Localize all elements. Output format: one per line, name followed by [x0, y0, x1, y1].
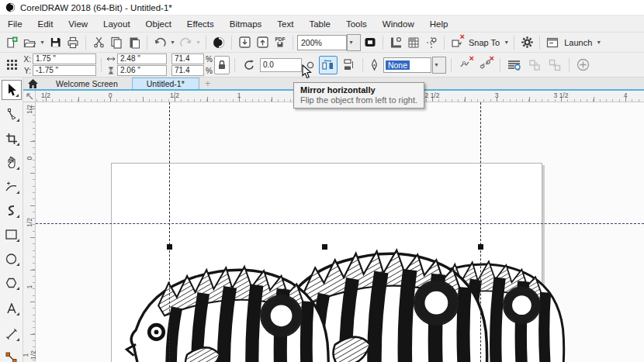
- tool-artistic-media[interactable]: [2, 201, 22, 220]
- tooltip-mirror-horizontally: Mirror horizontally Flip the object from…: [293, 82, 424, 109]
- vruler-label: 1: [26, 281, 33, 293]
- menu-item-layout[interactable]: Layout: [95, 16, 138, 33]
- scale-x-field[interactable]: 71.4: [171, 53, 204, 64]
- import-button[interactable]: [236, 34, 253, 51]
- copy-button[interactable]: [108, 34, 125, 51]
- snap-off-button[interactable]: [448, 34, 466, 51]
- x-position-field[interactable]: 1.75 ": [33, 53, 96, 64]
- coreldraw-window: CorelDRAW 2018 (64-Bit) - Untitled-1* Fi…: [0, 0, 644, 362]
- launch-dropdown[interactable]: [595, 39, 602, 46]
- tool-ellipse[interactable]: [2, 249, 22, 268]
- scale-y-field[interactable]: 71.4: [171, 65, 204, 76]
- vruler-label: 0: [26, 152, 33, 164]
- outline-width-combobox[interactable]: None: [383, 57, 431, 73]
- open-button[interactable]: [21, 34, 38, 51]
- zoom-level-value[interactable]: 200%: [298, 38, 335, 47]
- undo-dropdown[interactable]: [169, 39, 176, 46]
- unlink-button[interactable]: [476, 56, 495, 74]
- tool-polygon[interactable]: [2, 273, 22, 292]
- menu-item-window[interactable]: Window: [375, 16, 422, 33]
- menu-item-bitmaps[interactable]: Bitmaps: [222, 16, 270, 33]
- object-width-field[interactable]: 2.48 ": [117, 53, 167, 64]
- drawing-canvas[interactable]: [36, 102, 644, 362]
- export-button[interactable]: [254, 34, 271, 51]
- menu-item-view[interactable]: View: [61, 16, 95, 33]
- hruler-label: 2 1/2: [425, 91, 440, 99]
- undo-button[interactable]: [151, 34, 168, 51]
- tool-pick[interactable]: [2, 80, 22, 100]
- outline-width-pen-icon: [368, 56, 382, 74]
- ungroup-button[interactable]: [545, 56, 564, 74]
- print-button[interactable]: [64, 34, 81, 51]
- lock-ratio-button[interactable]: [214, 56, 230, 74]
- show-rulers-button[interactable]: [387, 34, 404, 51]
- tab-untitled-1[interactable]: Untitled-1*: [132, 78, 199, 89]
- selection-handle-top-middle[interactable]: [322, 244, 327, 250]
- vruler-label: 1 1/2: [22, 349, 37, 361]
- tool-pan[interactable]: [2, 153, 22, 172]
- redo-button[interactable]: [177, 34, 194, 51]
- mirror-horizontal-button[interactable]: [319, 56, 338, 74]
- save-button[interactable]: [47, 34, 64, 51]
- app-logo-icon: [5, 2, 16, 12]
- options-button[interactable]: [518, 34, 535, 51]
- full-screen-preview-button[interactable]: [362, 34, 379, 51]
- tool-connector[interactable]: [2, 348, 22, 362]
- zoom-level-combobox[interactable]: 200%: [297, 35, 347, 50]
- quick-customize-plus-button[interactable]: [574, 56, 593, 74]
- home-button[interactable]: [23, 78, 42, 89]
- menu-item-tools[interactable]: Tools: [338, 16, 375, 33]
- selection-bound-right: [480, 102, 481, 362]
- group-button[interactable]: [525, 56, 544, 74]
- launch-label[interactable]: Launch: [562, 38, 594, 47]
- show-guidelines-button[interactable]: [423, 34, 440, 51]
- menu-item-effects[interactable]: Effects: [179, 16, 222, 33]
- paste-button[interactable]: [126, 34, 143, 51]
- publish-pdf-button[interactable]: PDF: [272, 34, 289, 51]
- clear-transformations-button[interactable]: [456, 56, 475, 74]
- selection-handle-top-left[interactable]: [167, 244, 172, 250]
- mirror-vertical-button[interactable]: [339, 56, 358, 74]
- tool-shape[interactable]: [2, 105, 22, 124]
- hruler-label: 1: [237, 91, 241, 99]
- outline-width-value[interactable]: None: [386, 60, 410, 70]
- selection-bound-left: [169, 102, 170, 362]
- outline-width-dropdown[interactable]: [432, 57, 446, 74]
- new-tab-button[interactable]: +: [199, 78, 216, 89]
- launcher-icon[interactable]: [544, 34, 561, 51]
- search-content-button[interactable]: [210, 34, 227, 51]
- open-dropdown[interactable]: [39, 39, 46, 46]
- menu-item-object[interactable]: Object: [138, 16, 179, 33]
- cut-button[interactable]: [90, 34, 107, 51]
- tool-rectangle[interactable]: [2, 225, 22, 244]
- ruler-origin-control[interactable]: [23, 91, 36, 102]
- snap-to-label[interactable]: Snap To: [466, 38, 502, 47]
- fish-illustration[interactable]: [36, 102, 644, 362]
- redo-dropdown[interactable]: [195, 39, 202, 46]
- menu-item-edit[interactable]: Edit: [30, 16, 61, 33]
- snap-to-dropdown[interactable]: [503, 39, 510, 46]
- menu-item-table[interactable]: Table: [301, 16, 338, 33]
- show-grid-button[interactable]: [405, 34, 422, 51]
- tool-text[interactable]: [2, 298, 22, 318]
- vertical-ruler[interactable]: 1/2 0 1/2 1 1 1/2: [23, 102, 36, 362]
- new-document-button[interactable]: [3, 34, 20, 51]
- zoom-level-dropdown[interactable]: [347, 34, 361, 51]
- tooltip-title: Mirror horizontally: [300, 85, 417, 95]
- selection-handle-top-right[interactable]: [478, 244, 483, 250]
- object-height-field[interactable]: 2.06 ": [117, 65, 167, 76]
- y-position-field[interactable]: -1.75 ": [33, 65, 96, 76]
- tab-welcome-screen[interactable]: Welcome Screen: [42, 78, 132, 89]
- menu-item-file[interactable]: File: [0, 16, 30, 33]
- tool-freehand[interactable]: [2, 177, 22, 196]
- tool-crop[interactable]: [2, 129, 22, 148]
- menu-item-text[interactable]: Text: [269, 16, 301, 33]
- wrap-text-button[interactable]: [505, 56, 524, 74]
- menu-item-help[interactable]: Help: [422, 16, 456, 33]
- mouse-cursor-icon: [302, 64, 312, 79]
- scale-y-percent: %: [206, 67, 213, 75]
- horizontal-guideline[interactable]: [36, 223, 644, 224]
- tool-parallel-dimension[interactable]: [2, 324, 22, 343]
- rotation-angle-field[interactable]: 0.0: [260, 58, 302, 72]
- scale-x-percent: %: [206, 55, 213, 64]
